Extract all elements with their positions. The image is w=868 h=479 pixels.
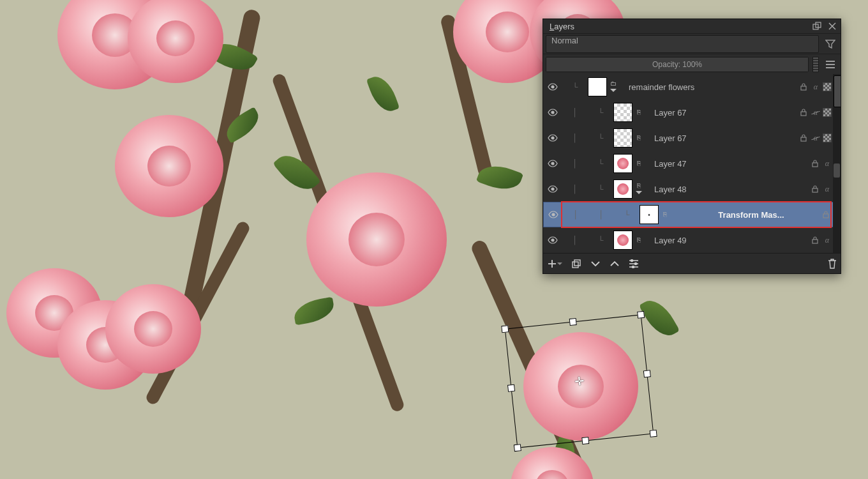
alpha-icon[interactable]: α (823, 185, 832, 194)
visibility-toggle[interactable] (543, 134, 562, 142)
visibility-toggle[interactable] (543, 160, 562, 167)
visibility-toggle[interactable] (543, 185, 562, 193)
svg-point-19 (551, 239, 554, 241)
layer-row[interactable]: ⎘Layer 48α (543, 176, 841, 202)
layer-thumbnail[interactable] (613, 128, 632, 148)
layer-name[interactable]: Layer 48 (645, 185, 811, 194)
indent-guide (588, 210, 614, 219)
inherit-alpha-icon[interactable] (811, 108, 820, 117)
layer-flags (800, 108, 832, 117)
layer-flags (800, 133, 832, 142)
indent-guide (588, 159, 613, 168)
svg-point-13 (551, 162, 554, 165)
transform-bounding-box[interactable]: ✛ (505, 314, 654, 448)
blend-mode-value: Normal (551, 36, 578, 45)
lock-icon[interactable] (800, 134, 809, 142)
svg-rect-16 (812, 188, 818, 192)
visibility-toggle[interactable] (543, 236, 562, 244)
lock-icon[interactable] (811, 160, 820, 167)
menu-icon[interactable] (823, 60, 838, 69)
indent-guide (562, 236, 588, 245)
svg-point-9 (551, 111, 554, 114)
expand-toggle[interactable] (636, 190, 642, 195)
layer-row[interactable]: ⎘Layer 49α (543, 227, 841, 253)
indent-guide (588, 133, 613, 142)
visibility-toggle[interactable] (544, 211, 563, 218)
layer-row[interactable]: ⎘Layer 67 (543, 125, 841, 151)
filter-icon[interactable] (823, 39, 838, 49)
lock-icon[interactable] (800, 109, 809, 116)
panel-titlebar[interactable]: Layers (543, 19, 841, 33)
indent-guide (562, 133, 588, 142)
svg-rect-20 (812, 240, 818, 243)
svg-rect-24 (574, 260, 580, 266)
alpha-icon[interactable]: α (811, 82, 820, 92)
indent-guide (614, 210, 640, 219)
indent-guide (562, 185, 588, 194)
opacity-slider[interactable]: Opacity: 100% (546, 57, 809, 72)
svg-point-29 (635, 262, 637, 264)
close-icon[interactable] (827, 20, 838, 32)
indent-guide (588, 108, 613, 117)
layer-name[interactable]: Transform Mas... (671, 210, 822, 220)
layer-thumbnail[interactable] (640, 205, 659, 224)
properties-icon[interactable] (629, 259, 639, 268)
svg-rect-10 (801, 112, 806, 116)
layer-flags (822, 211, 831, 218)
layer-scrollbar[interactable] (833, 74, 841, 253)
lock-icon[interactable] (811, 185, 820, 193)
layer-name[interactable]: remainder flowers (620, 82, 800, 92)
indent-guide (588, 236, 613, 245)
alpha-icon[interactable]: α (823, 159, 832, 169)
layer-meta: ⎘ (632, 160, 645, 167)
move-down-icon[interactable] (590, 260, 601, 268)
layer-name[interactable]: Layer 67 (645, 108, 800, 118)
opacity-grip[interactable] (812, 57, 819, 72)
alpha-lock-icon[interactable] (823, 133, 832, 142)
layer-list: 🗀remainder flowersα⎘Layer 67⎘Layer 67⎘La… (543, 74, 841, 253)
layer-thumbnail[interactable] (613, 103, 632, 122)
transform-pivot-icon[interactable]: ✛ (570, 372, 588, 391)
layer-footer (543, 253, 841, 273)
delete-layer-icon[interactable] (828, 259, 837, 269)
indent-guide (562, 159, 588, 168)
lock-icon[interactable] (800, 83, 809, 91)
svg-point-30 (632, 266, 634, 268)
duplicate-layer-icon[interactable] (571, 259, 581, 269)
layer-meta: ⎘ (632, 109, 645, 116)
alpha-lock-icon[interactable] (823, 82, 832, 91)
indent-guide (563, 210, 588, 219)
layer-meta: ⎘ (659, 211, 671, 218)
layer-row[interactable]: ⎘Layer 67 (543, 100, 841, 125)
alpha-lock-icon[interactable] (823, 108, 832, 117)
svg-point-15 (551, 188, 554, 190)
visibility-toggle[interactable] (543, 109, 562, 116)
layer-thumbnail[interactable] (613, 154, 632, 173)
add-layer-icon[interactable] (547, 259, 562, 269)
indent-guide (562, 82, 588, 91)
blend-mode-select[interactable]: Normal (546, 35, 819, 53)
lock-icon[interactable] (811, 236, 820, 244)
lock-icon[interactable] (822, 211, 831, 218)
layer-name[interactable]: Layer 49 (645, 236, 811, 245)
layer-row[interactable]: ⎘Layer 47α (543, 151, 841, 176)
svg-point-7 (551, 86, 554, 88)
expand-toggle[interactable] (610, 88, 617, 93)
svg-rect-23 (572, 262, 578, 268)
layer-thumbnail[interactable] (613, 179, 632, 199)
visibility-toggle[interactable] (543, 83, 562, 91)
inherit-alpha-icon[interactable] (811, 133, 820, 142)
layer-thumbnail[interactable] (613, 231, 632, 250)
panel-title: Layers (550, 22, 811, 31)
alpha-icon[interactable]: α (823, 236, 832, 245)
layer-meta: ⎘ (632, 237, 645, 243)
layer-name[interactable]: Layer 67 (645, 133, 800, 143)
layer-row[interactable]: 🗀remainder flowersα (543, 74, 841, 100)
move-up-icon[interactable] (610, 260, 620, 268)
layer-meta[interactable]: ⎘ (632, 183, 645, 195)
detach-icon[interactable] (811, 20, 823, 32)
layer-row[interactable]: ⎘Transform Mas... (543, 202, 841, 227)
layer-name[interactable]: Layer 47 (645, 159, 811, 169)
layer-thumbnail[interactable] (588, 77, 607, 96)
layer-meta[interactable]: 🗀 (607, 80, 620, 93)
